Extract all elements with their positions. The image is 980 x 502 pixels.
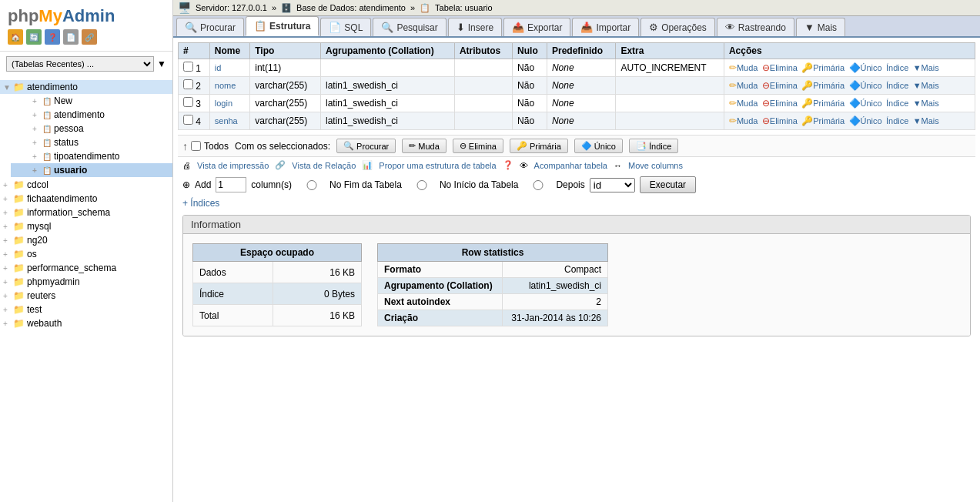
tab-insere[interactable]: ⬇ Insere <box>448 18 502 36</box>
db-phpmyadmin-header[interactable]: + 📁 phpmyadmin <box>0 275 172 289</box>
row2-checkbox[interactable] <box>183 79 193 89</box>
space-row-dados: Dados 16 KB <box>193 262 362 283</box>
space-header: Espaço ocupado <box>193 244 362 262</box>
unico-btn-1[interactable]: Único <box>861 63 882 72</box>
add-column-input[interactable] <box>216 177 246 192</box>
db-cdcol-header[interactable]: + 📁 cdcol <box>0 178 172 192</box>
primaria-btn-4[interactable]: Primária <box>813 116 845 126</box>
primaria-btn-3[interactable]: Primária <box>813 99 845 108</box>
elimina-btn-1[interactable]: Elimina <box>770 63 798 72</box>
track-icon: 👁 <box>520 161 528 170</box>
link-icon[interactable]: 🔗 <box>82 29 97 45</box>
primaria-action-btn[interactable]: 🔑 Primária <box>510 139 568 153</box>
field-senha-link[interactable]: senha <box>215 116 238 126</box>
primaria-btn-2[interactable]: Primária <box>813 81 845 90</box>
tab-sql[interactable]: 📄 SQL <box>320 18 371 36</box>
no-fim-radio[interactable] <box>296 180 327 190</box>
tab-estrutura[interactable]: 📋 Estrutura <box>246 16 319 36</box>
unico-btn-3[interactable]: Único <box>861 99 882 108</box>
col-extra: Extra <box>616 43 724 59</box>
tree-item-status[interactable]: + 📋 status <box>11 136 172 149</box>
db-fichaatendimento-header[interactable]: + 📁 fichaatendimento <box>0 192 172 206</box>
propor-estrutura-link[interactable]: Propor uma estrutura de tabela <box>379 161 496 170</box>
elimina-btn-3[interactable]: Elimina <box>770 99 798 108</box>
total-value: 16 KB <box>273 305 362 326</box>
tree-item-new[interactable]: + 📋 New <box>11 94 172 108</box>
tree-item-tipoatendimento[interactable]: + 📋 tipoatendimento <box>11 149 172 163</box>
vista-relacao-link[interactable]: Vista de Relação <box>292 161 356 170</box>
topbar-icon: 🖥️ <box>178 2 191 14</box>
move-columns-link[interactable]: Move columns <box>628 161 683 170</box>
indices-anchor[interactable]: + Índices <box>182 198 219 209</box>
unico-btn-2[interactable]: Único <box>861 81 882 90</box>
db-test-header[interactable]: + 📁 test <box>0 303 172 316</box>
row4-checkbox[interactable] <box>183 115 193 125</box>
main-area: 🖥️ Servidor: 127.0.0.1 » 🗄️ Base de Dado… <box>173 0 980 502</box>
tab-procurar[interactable]: 🔍 Procurar <box>176 18 244 36</box>
row1-checkbox[interactable] <box>183 62 193 72</box>
acompanhar-link[interactable]: Acompanhar tabela <box>534 161 607 170</box>
tree-item-atendimento[interactable]: + 📋 atendimento <box>11 108 172 122</box>
vista-impressao-link[interactable]: Vista de impressão <box>197 161 269 170</box>
elimina-btn-4[interactable]: Elimina <box>770 116 798 126</box>
tree-item-pessoa[interactable]: + 📋 pessoa <box>11 122 172 136</box>
row3-checkbox[interactable] <box>183 97 193 107</box>
tab-mais[interactable]: ▼ Mais <box>796 18 845 36</box>
recent-tables-select[interactable]: (Tabelas Recentes) ... <box>6 56 154 72</box>
muda-btn-3[interactable]: Muda <box>737 99 758 108</box>
stat-row-collation: Agrupamento (Collation) latin1_swedish_c… <box>378 278 608 294</box>
usuario-expand: + <box>32 166 40 175</box>
db-reuters-header[interactable]: + 📁 reuters <box>0 289 172 303</box>
db-os-header[interactable]: + 📁 os <box>0 247 172 261</box>
cell-attributes <box>454 77 512 95</box>
db-ng20-header[interactable]: + 📁 ng20 <box>0 233 172 247</box>
tree-item-usuario[interactable]: + 📋 usuario <box>11 163 172 177</box>
indice-btn-3[interactable]: Índice <box>886 99 908 108</box>
tab-pesquisar[interactable]: 🔍 Pesquisar <box>373 18 446 36</box>
db-performance-schema-header[interactable]: + 📁 performance_schema <box>0 261 172 275</box>
tab-exportar[interactable]: 📤 Exportar <box>503 18 570 36</box>
indice-btn-4[interactable]: Índice <box>886 116 908 126</box>
elimina-btn-2[interactable]: Elimina <box>770 81 798 90</box>
info-icon[interactable]: ❓ <box>45 29 60 45</box>
sql-label: SQL <box>344 22 363 33</box>
field-id-link[interactable]: id <box>215 63 222 72</box>
field-login-link[interactable]: login <box>215 99 232 108</box>
select-all-checkbox[interactable] <box>191 141 201 151</box>
indice-btn-2[interactable]: Índice <box>886 81 908 90</box>
doc-icon[interactable]: 📄 <box>63 29 79 45</box>
indice-action-btn[interactable]: 📑 Índice <box>629 139 678 153</box>
tab-rastreando[interactable]: 👁 Rastreando <box>717 18 794 36</box>
db-mysql-header[interactable]: + 📁 mysql <box>0 219 172 233</box>
primaria-btn-1[interactable]: Primária <box>813 63 845 72</box>
muda-btn-1[interactable]: Muda <box>737 63 758 72</box>
elimina-action-btn[interactable]: ⊖ Elimina <box>453 139 503 153</box>
cell-extra <box>616 95 724 112</box>
home-icon[interactable]: 🏠 <box>8 29 23 45</box>
db-information-schema-header[interactable]: + 📁 information_schema <box>0 206 172 219</box>
depois-radio[interactable] <box>523 180 554 190</box>
indice-btn-1[interactable]: Índice <box>886 63 908 72</box>
refresh-icon[interactable]: 🔄 <box>26 29 42 45</box>
tab-operacoes[interactable]: ⚙ Operações <box>641 18 715 36</box>
no-inicio-radio[interactable] <box>406 180 437 190</box>
mais-btn-1[interactable]: ▼Mais <box>913 63 939 72</box>
muda-btn-2[interactable]: Muda <box>737 81 758 90</box>
depois-select[interactable]: id nome login senha <box>590 178 635 192</box>
mais-btn-3[interactable]: ▼Mais <box>913 99 939 108</box>
tab-importar[interactable]: 📥 Importar <box>572 18 639 36</box>
procurar-action-btn[interactable]: 🔍 Procurar <box>336 139 396 153</box>
muda-action-btn[interactable]: ✏ Muda <box>402 139 447 153</box>
execute-button[interactable]: Executar <box>640 176 696 193</box>
muda-btn-4[interactable]: Muda <box>737 116 758 126</box>
mais-btn-4[interactable]: ▼Mais <box>913 116 939 126</box>
field-nome-link[interactable]: nome <box>215 81 236 90</box>
unico-action-btn[interactable]: 🔷 Único <box>574 139 623 153</box>
information-box-content: Espaço ocupado Dados 16 KB Índice 0 Byte… <box>183 234 970 336</box>
rastreando-icon: 👁 <box>725 22 735 33</box>
unico-btn-4[interactable]: Único <box>861 116 882 126</box>
cell-collation <box>320 59 454 77</box>
db-atendimento-header[interactable]: ▼ 📁 atendimento <box>0 80 172 94</box>
db-webauth-header[interactable]: + 📁 webauth <box>0 316 172 330</box>
mais-btn-2[interactable]: ▼Mais <box>913 81 939 90</box>
